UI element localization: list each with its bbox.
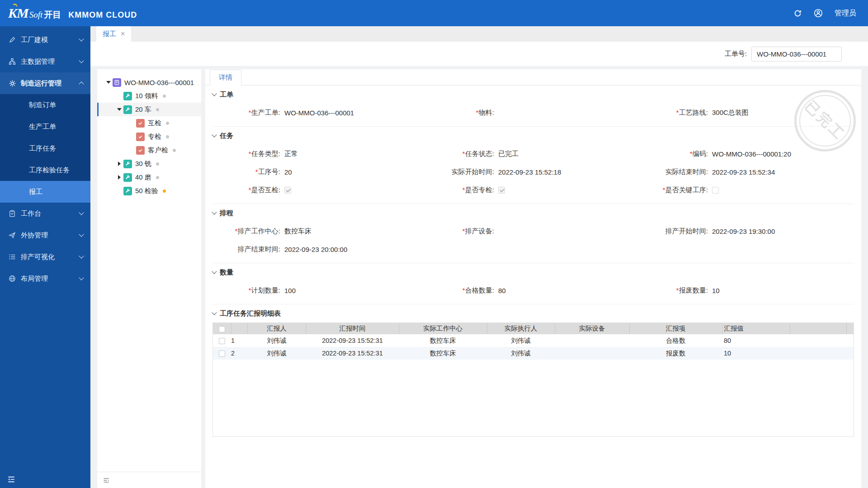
tree-node-customer-inspection[interactable]: 客户检: [97, 143, 201, 157]
report-table-container: 汇报人 汇报时间 实际工作中心 实际执行人 实际设备 汇报项 汇报值: [212, 322, 854, 437]
sidebar-item-work-report[interactable]: 报工: [0, 181, 90, 203]
operation-wrench-icon: [123, 173, 132, 182]
status-dot: [156, 176, 159, 179]
tree-node-op-30[interactable]: 30 铣: [97, 157, 201, 171]
required-mark: *: [462, 186, 465, 194]
work-order-no-label: 工单号:: [725, 50, 747, 58]
status-dot: [156, 108, 159, 111]
field-label: 工艺路线:: [679, 109, 708, 116]
chevron-down-icon: [79, 210, 84, 215]
section-header-task[interactable]: 任务: [212, 127, 854, 145]
status-dot: [166, 135, 169, 138]
field-label: 是否关键工序:: [665, 186, 708, 194]
section-title: 工单: [220, 90, 233, 99]
data-nodes-icon: [8, 57, 16, 66]
sidebar-item-workbench[interactable]: 工作台: [0, 203, 90, 224]
section-header-work-order[interactable]: 工单: [212, 85, 854, 104]
cell-report-time: 2022-09-23 15:52:31: [306, 347, 399, 360]
mutual-check-checkbox[interactable]: [284, 187, 291, 194]
sidebar-item-label: 主数据管理: [21, 57, 80, 66]
tree-node-label: 40 磨: [135, 173, 151, 182]
sidebar-item-factory-modeling[interactable]: 工厂建模: [0, 29, 90, 51]
chevron-down-icon: [79, 253, 84, 258]
select-all-checkbox[interactable]: [219, 326, 225, 332]
clipboard-icon: [8, 209, 16, 218]
operation-wrench-icon: [123, 92, 132, 100]
sidebar-item-manufacturing-order[interactable]: 制造订单: [0, 94, 90, 116]
sidebar-collapse-icon[interactable]: [6, 474, 16, 484]
section-header-quantity[interactable]: 数量: [212, 263, 854, 281]
tree-node-mutual-inspection[interactable]: 互检: [97, 116, 201, 130]
status-dot: [173, 149, 176, 152]
tab-work-report[interactable]: 报工 ×: [96, 26, 131, 42]
section-report-detail: 工序任务汇报明细表: [212, 304, 854, 441]
logo-soft-text: Soft: [29, 10, 43, 20]
field-label: 任务状态:: [465, 150, 494, 157]
sidebar-item-layout-management[interactable]: 布局管理: [0, 268, 90, 289]
sidebar-item-operation-task[interactable]: 工序任务: [0, 137, 90, 159]
cell-reporter: 刘伟诚: [247, 347, 306, 360]
tab-detail[interactable]: 详情: [210, 70, 241, 85]
cell-report-item: 报废数: [629, 347, 722, 360]
user-avatar-icon[interactable]: [814, 9, 823, 18]
row-select-cell: [213, 334, 231, 347]
row-checkbox[interactable]: [219, 338, 225, 344]
refresh-icon[interactable]: [793, 9, 802, 18]
field-op-no: *工序号: 20: [212, 163, 426, 181]
sidebar-item-production-order[interactable]: 生产工单: [0, 116, 90, 137]
globe-icon: [8, 275, 16, 283]
close-icon[interactable]: ×: [121, 30, 125, 38]
field-value: 2022-09-23 15:52:18: [498, 168, 561, 176]
sidebar-item-label: 外协管理: [21, 231, 80, 240]
cell-actual-work-center: 数控车床: [399, 334, 487, 347]
field-value: 正常: [284, 150, 298, 158]
section-header-report-detail[interactable]: 工序任务汇报明细表: [212, 304, 854, 322]
sidebar-item-manufacturing-ops[interactable]: 制造运行管理: [0, 72, 90, 94]
required-mark: *: [235, 227, 237, 235]
chevron-down-icon: [79, 232, 84, 237]
required-mark: *: [255, 168, 258, 175]
table-row[interactable]: 1 刘伟诚 2022-09-23 15:52:31 数控车床 刘伟诚 合格数 8…: [213, 334, 854, 347]
sidebar-item-outsourcing[interactable]: 外协管理: [0, 224, 90, 246]
row-checkbox[interactable]: [219, 351, 225, 357]
cell-empty: [790, 334, 846, 347]
header-report-item: 汇报项: [629, 323, 722, 334]
tree-node-op-50[interactable]: 50 检验: [97, 184, 201, 198]
field-value: 300C总装图: [712, 109, 749, 117]
detail-tab-label: 详情: [219, 73, 232, 82]
caret-down-icon: [212, 132, 217, 137]
expand-arrow-icon[interactable]: [104, 81, 113, 84]
sidebar-item-master-data[interactable]: 主数据管理: [0, 51, 90, 72]
table-row[interactable]: 2 刘伟诚 2022-09-23 15:52:31 数控车床 刘伟诚 报废数 1…: [213, 347, 854, 360]
tree-node-work-order[interactable]: WO-MMO-036---00001: [97, 76, 201, 89]
field-plan-end: 排产结束时间: 2022-09-23 20:00:00: [212, 240, 426, 258]
field-value: WO-MMO-036---00001: [284, 109, 354, 117]
work-order-no-input[interactable]: [751, 47, 842, 62]
field-material: *物料:: [426, 104, 640, 122]
field-plan-start: 排产开始时间: 2022-09-23 19:30:00: [640, 222, 854, 240]
tree-node-label: 20 车: [135, 105, 151, 114]
sidebar-item-schedule-visualization[interactable]: 排产可视化: [0, 246, 90, 268]
tree-node-op-40[interactable]: 40 磨: [97, 171, 201, 184]
query-toolbar: 工单号:: [90, 42, 868, 66]
outline-collapse-icon[interactable]: [102, 476, 111, 485]
row-index: 2: [231, 347, 247, 360]
tree-node-special-inspection[interactable]: 专检: [97, 130, 201, 143]
tree-node-op-20[interactable]: 20 车: [97, 103, 201, 116]
required-mark: *: [676, 286, 679, 294]
cell-empty: [790, 347, 846, 360]
current-user-label[interactable]: 管理员: [835, 9, 856, 18]
header-select-all-cell: [213, 323, 231, 334]
expand-arrow-icon[interactable]: [115, 175, 123, 180]
sidebar-item-operation-inspection-task[interactable]: 工序检验任务: [0, 159, 90, 181]
caret-down-icon: [212, 91, 217, 96]
section-header-schedule[interactable]: 排程: [212, 204, 854, 222]
special-check-checkbox[interactable]: [498, 187, 505, 194]
tree-node-op-10[interactable]: 10 领料: [97, 89, 201, 103]
detail-panel: 已完工 详情 工单: [205, 69, 861, 488]
key-operation-checkbox[interactable]: [712, 187, 719, 194]
field-label: 实际开始时间:: [452, 168, 494, 175]
expand-arrow-icon[interactable]: [115, 161, 123, 166]
expand-arrow-icon[interactable]: [115, 108, 123, 111]
required-mark: *: [248, 109, 251, 116]
